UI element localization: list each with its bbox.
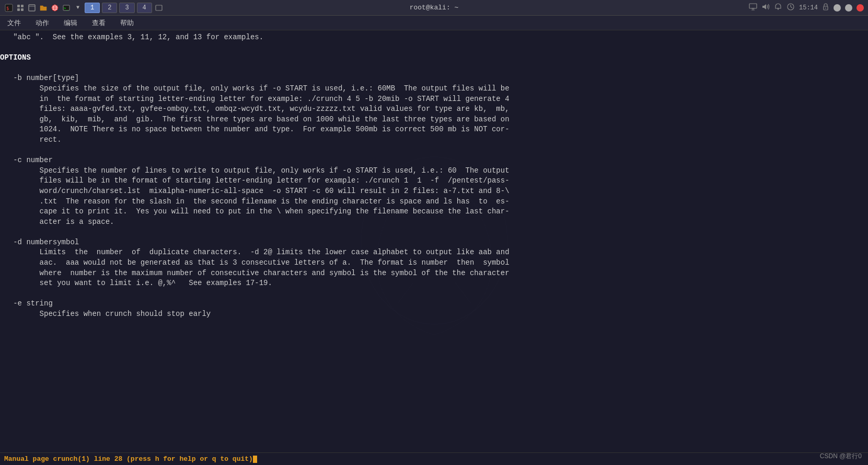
workspace-tab-3[interactable]: 3 xyxy=(119,3,134,13)
svg-line-23 xyxy=(791,7,792,8)
time-display: 15:14 xyxy=(799,4,818,12)
svg-rect-5 xyxy=(21,8,24,11)
clock-icon xyxy=(786,3,795,13)
menu-edit[interactable]: 编辑 xyxy=(61,17,80,29)
workspace-tab-1[interactable]: 1 xyxy=(85,3,100,13)
volume-icon[interactable] xyxy=(761,3,770,13)
titlebar: $ xyxy=(0,0,868,16)
minimize-button[interactable] xyxy=(834,4,841,12)
terminal-icon[interactable]: >_ xyxy=(62,3,71,13)
desktop-icon[interactable] xyxy=(16,3,25,13)
svg-rect-15 xyxy=(749,4,757,8)
titlebar-left: $ xyxy=(4,3,164,13)
svg-rect-14 xyxy=(156,5,162,10)
notification-icon[interactable] xyxy=(774,3,782,13)
workspace-tab-2[interactable]: 2 xyxy=(102,3,117,13)
svg-rect-4 xyxy=(17,8,20,11)
browser-icon[interactable] xyxy=(50,3,60,13)
menu-file[interactable]: 文件 xyxy=(4,17,24,29)
svg-point-25 xyxy=(825,7,826,8)
menu-action[interactable]: 动作 xyxy=(32,17,52,29)
lock-icon[interactable] xyxy=(822,3,829,13)
svg-text:$: $ xyxy=(6,6,9,11)
titlebar-right: 15:14 ✕ xyxy=(749,3,864,13)
terminal-text: "abc ". See the examples 3, 11, 12, and … xyxy=(0,30,868,322)
statusbar-text: Manual page crunch(1) line 28 (press h f… xyxy=(4,455,253,463)
menubar: 文件 动作 编辑 查看 帮助 xyxy=(0,16,868,30)
menu-view[interactable]: 查看 xyxy=(89,17,109,29)
window-icon[interactable] xyxy=(27,3,37,13)
monitor-status-icon xyxy=(749,3,757,13)
app-icon: $ xyxy=(4,3,14,13)
workspace-options-icon[interactable] xyxy=(154,3,164,13)
csdn-watermark: CSDN @君行0 xyxy=(820,452,862,461)
svg-rect-2 xyxy=(17,5,20,7)
workspace-tab-4[interactable]: 4 xyxy=(137,3,152,13)
dropdown-icon[interactable]: ▼ xyxy=(73,3,83,13)
folder-icon[interactable] xyxy=(39,3,48,13)
statusbar: Manual page crunch(1) line 28 (press h f… xyxy=(0,452,868,465)
menu-help[interactable]: 帮助 xyxy=(117,17,137,29)
window-title: root@kali: ~ xyxy=(410,4,459,12)
svg-text:>_: >_ xyxy=(64,6,68,10)
cursor-blink xyxy=(253,456,257,463)
close-button[interactable]: ✕ xyxy=(857,4,864,12)
svg-rect-3 xyxy=(21,5,24,7)
maximize-button[interactable] xyxy=(845,4,852,12)
options-header: OPTIONS xyxy=(0,53,31,62)
svg-point-20 xyxy=(778,9,779,10)
svg-rect-6 xyxy=(29,5,35,11)
terminal-content: "abc ". See the examples 3, 11, 12, and … xyxy=(0,30,868,452)
